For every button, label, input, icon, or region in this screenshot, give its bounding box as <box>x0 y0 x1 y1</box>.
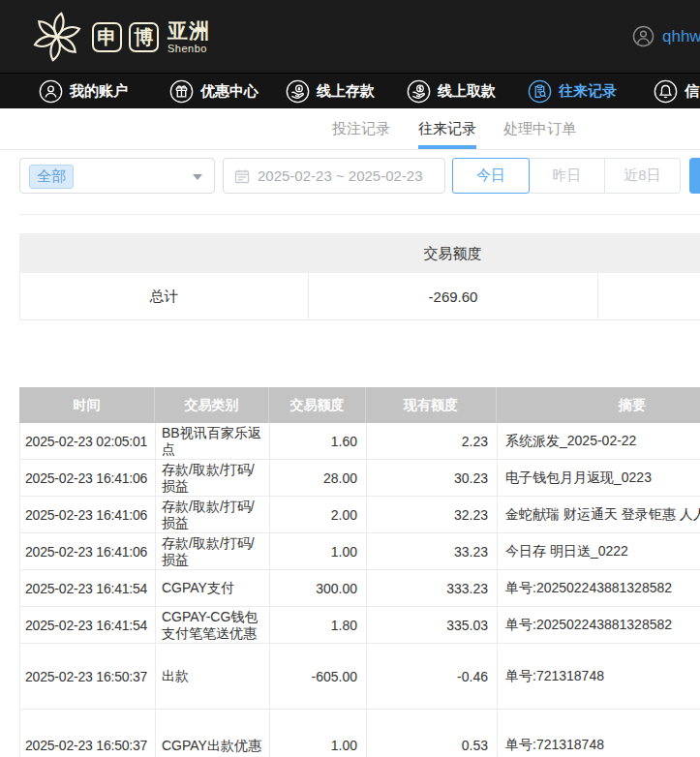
section-divider <box>19 214 700 215</box>
nav-label: 我的账户 <box>70 82 128 101</box>
nav-label: 优惠中心 <box>200 82 259 101</box>
summary-total-label: 总计 <box>20 273 309 319</box>
cell-amount: 28.00 <box>270 460 367 497</box>
cell-time: 2025-02-23 16:41:54 <box>20 570 156 607</box>
record-tabs: 投注记录 往来记录 处理中订单 <box>0 108 700 150</box>
cell-type: BB视讯百家乐返点 <box>156 423 270 460</box>
table-row: 2025-02-23 16:41:54 CGPAY-CG钱包支付笔笔送优惠 1.… <box>19 607 700 644</box>
nav-item-messages[interactable]: 信 <box>654 74 699 109</box>
summary-table: 交易额度 总计 -269.60 <box>19 233 700 320</box>
cell-note: 单号:202502243881328582 <box>498 607 700 644</box>
table-row: 2025-02-23 16:41:06 存款/取款/打码/损益 2.00 32.… <box>19 497 700 533</box>
date-range-value: 2025-02-23 ~ 2025-02-23 <box>258 167 423 184</box>
active-tab-underline <box>418 145 476 149</box>
deposit-icon <box>286 79 310 104</box>
nav-item-promotions[interactable]: 优惠中心 <box>169 74 259 109</box>
cell-balance: 335.03 <box>367 607 498 644</box>
cell-time: 2025-02-23 16:50:37 <box>20 710 156 757</box>
cell-time: 2025-02-23 16:41:06 <box>20 460 156 497</box>
summary-amount-header: 交易额度 <box>308 233 597 273</box>
cell-time: 2025-02-23 16:41:06 <box>20 497 156 533</box>
chevron-down-icon <box>193 174 202 180</box>
today-button[interactable]: 今日 <box>452 158 530 194</box>
username[interactable]: qhhw <box>662 27 700 46</box>
records-icon <box>528 79 552 104</box>
cell-balance: 33.23 <box>367 533 498 570</box>
col-header-time: 时间 <box>19 387 155 423</box>
cell-balance: 333.23 <box>367 570 498 607</box>
cell-time: 2025-02-23 02:05:01 <box>20 423 156 460</box>
cell-balance: -0.46 <box>367 644 498 710</box>
cell-type: 存款/取款/打码/损益 <box>156 533 270 570</box>
cell-type: CGPAY支付 <box>156 570 270 607</box>
table-row: 2025-02-23 16:41:06 存款/取款/打码/损益 1.00 33.… <box>19 533 700 570</box>
table-row: 2025-02-23 16:50:37 出款 -605.00 -0.46 单号:… <box>19 644 700 710</box>
bell-icon <box>654 79 678 104</box>
transactions-table: 时间 交易类别 交易额度 现有额度 摘要 2025-02-23 02:05:01… <box>19 387 700 757</box>
nav-item-withdraw[interactable]: 线上取款 <box>407 74 496 109</box>
yesterday-button[interactable]: 昨日 <box>529 158 605 194</box>
logo-subtitle: Shenbo <box>167 44 210 54</box>
summary-header-row: 交易额度 <box>19 233 700 273</box>
avatar-icon <box>632 25 654 47</box>
table-row: 2025-02-23 16:50:37 CGPAY出款优惠 1.00 0.53 … <box>19 710 700 757</box>
user-account[interactable]: qhhw <box>632 0 700 73</box>
date-range-input[interactable]: 2025-02-23 ~ 2025-02-23 <box>223 158 445 194</box>
cell-note: 单号:202502243881328582 <box>498 570 700 607</box>
main-nav: 我的账户 优惠中心 线上存款 <box>0 73 700 108</box>
col-header-balance: 现有额度 <box>366 387 497 423</box>
cell-type: CGPAY出款优惠 <box>156 710 270 757</box>
cell-balance: 2.23 <box>367 423 498 460</box>
cell-type: 出款 <box>156 644 270 710</box>
tab-betting-records[interactable]: 投注记录 <box>332 108 390 149</box>
col-header-note: 摘要 <box>497 387 700 423</box>
cell-type: 存款/取款/打码/损益 <box>156 497 270 533</box>
cell-note: 金蛇献瑞 财运通天 登录钜惠 人人皆 <box>498 497 700 533</box>
type-select[interactable]: 全部 <box>19 158 215 194</box>
col-header-type: 交易类别 <box>155 387 269 423</box>
cell-time: 2025-02-23 16:41:06 <box>20 533 156 570</box>
page: 申 博 亚洲 Shenbo qhhw 我的账户 <box>0 0 700 757</box>
search-button[interactable] <box>689 158 700 194</box>
cell-note: 今日存 明日送_0222 <box>498 533 700 570</box>
tab-transaction-records[interactable]: 往来记录 <box>418 108 476 149</box>
cell-time: 2025-02-23 16:50:37 <box>20 644 156 710</box>
tab-pending-orders[interactable]: 处理中订单 <box>503 108 576 149</box>
user-icon <box>39 79 63 104</box>
nav-label: 往来记录 <box>559 82 617 101</box>
nav-label: 信 <box>685 82 699 101</box>
cell-type: CGPAY-CG钱包支付笔笔送优惠 <box>156 607 270 644</box>
cell-type: 存款/取款/打码/损益 <box>156 460 270 497</box>
cell-amount: -605.00 <box>270 644 367 710</box>
cell-balance: 32.23 <box>367 497 498 533</box>
flower-logo-icon <box>29 9 85 65</box>
cell-balance: 30.23 <box>367 460 498 497</box>
top-header: 申 博 亚洲 Shenbo qhhw <box>0 0 700 73</box>
last-8-days-button[interactable]: 近8日 <box>604 158 681 194</box>
logo-char-shen: 申 <box>92 22 122 52</box>
cell-amount: 1.00 <box>270 533 367 570</box>
quick-date-buttons: 今日 昨日 近8日 <box>452 158 681 194</box>
cell-note: 单号:721318748 <box>498 644 700 710</box>
col-header-amount: 交易额度 <box>269 387 366 423</box>
cell-balance: 0.53 <box>367 710 498 757</box>
cell-amount: 2.00 <box>270 497 367 533</box>
nav-item-my-account[interactable]: 我的账户 <box>39 74 128 109</box>
cell-time: 2025-02-23 16:41:54 <box>20 607 156 644</box>
withdraw-icon <box>407 79 431 104</box>
brand-logo[interactable]: 申 博 亚洲 Shenbo <box>29 9 210 65</box>
cell-amount: 1.80 <box>270 607 367 644</box>
logo-char-bo: 博 <box>129 22 159 52</box>
summary-empty-cell <box>598 273 700 319</box>
cell-note: 电子钱包月月返现_0223 <box>498 460 700 497</box>
type-select-value: 全部 <box>29 165 74 189</box>
nav-item-deposit[interactable]: 线上存款 <box>286 74 375 109</box>
table-row: 2025-02-23 02:05:01 BB视讯百家乐返点 1.60 2.23 … <box>19 423 700 460</box>
gift-icon <box>169 79 194 104</box>
nav-label: 线上存款 <box>317 82 375 101</box>
cell-note: 单号:721318748 <box>498 710 700 757</box>
cell-amount: 1.60 <box>270 423 367 460</box>
nav-item-transaction-records[interactable]: 往来记录 <box>528 74 617 109</box>
summary-total-value: -269.60 <box>309 273 598 319</box>
calendar-icon <box>234 168 250 184</box>
